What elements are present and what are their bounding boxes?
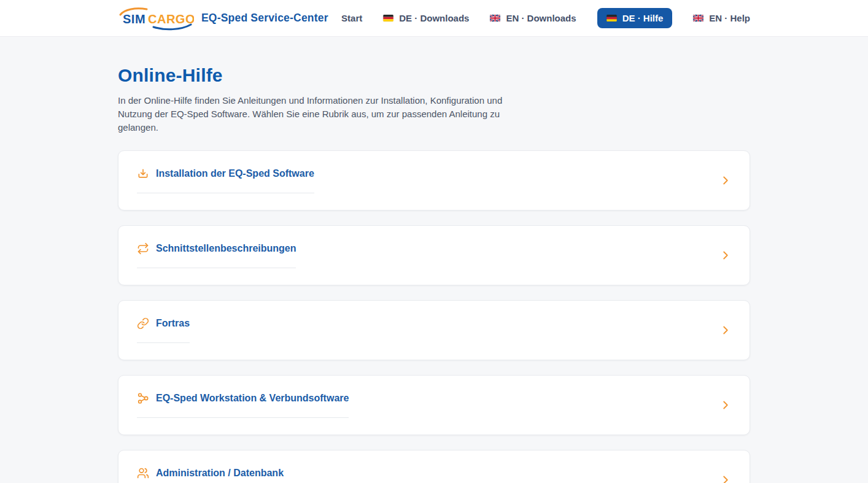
nav-item-start[interactable]: Start: [341, 13, 362, 23]
top-header: SIM CARGO EQ-Sped Service-Center StartDE…: [0, 0, 868, 37]
card-heading[interactable]: Schnittstellenbeschreibungen: [137, 242, 296, 268]
chevron-right-icon: [719, 398, 732, 412]
nav-item-de-downloads[interactable]: DE · Downloads: [383, 13, 469, 23]
nav-item-label: Start: [341, 13, 362, 23]
brand-home-link[interactable]: SIM CARGO EQ-Sped Service-Center: [118, 6, 328, 31]
repeat-icon: [137, 242, 149, 255]
flag-de-icon: [383, 15, 393, 21]
users-icon: [137, 467, 149, 479]
help-card-fortras[interactable]: Fortras: [118, 300, 750, 360]
nav-item-en-help[interactable]: EN · Help: [693, 13, 750, 23]
sim-cargo-logo: SIM CARGO: [118, 6, 194, 31]
card-title: Schnittstellenbeschreibungen: [156, 243, 296, 254]
flag-de-icon: [606, 15, 617, 21]
nav-item-label: DE · Downloads: [399, 13, 469, 23]
card-heading[interactable]: Installation der EQ-Sped Software: [137, 168, 314, 193]
chevron-right-icon: [719, 323, 732, 337]
chevron-right-icon: [719, 249, 732, 262]
card-heading[interactable]: EQ-Sped Workstation & Verbundsoftware: [137, 392, 349, 418]
logo-text-sim: SIM: [123, 12, 145, 26]
card-title: Fortras: [156, 318, 190, 329]
help-card-installation-der-eq-sped-software[interactable]: Installation der EQ-Sped Software: [118, 150, 750, 211]
help-card-list: Installation der EQ-Sped SoftwareSchnitt…: [118, 150, 750, 483]
card-title: Installation der EQ-Sped Software: [156, 168, 314, 179]
card-heading[interactable]: Administration / Datenbank: [137, 467, 284, 483]
card-title: EQ-Sped Workstation & Verbundsoftware: [156, 393, 349, 404]
header-inner: SIM CARGO EQ-Sped Service-Center StartDE…: [118, 0, 750, 36]
logo-text-cargo: CARGO: [148, 12, 194, 26]
chevron-right-icon: [719, 174, 732, 187]
nav-item-label: EN · Help: [709, 13, 750, 23]
download-icon: [137, 168, 149, 180]
nav-item-label: EN · Downloads: [506, 13, 576, 23]
help-card-administration-datenbank[interactable]: Administration / Datenbank: [118, 450, 750, 483]
card-title: Administration / Datenbank: [156, 468, 284, 479]
flag-en-icon: [490, 15, 500, 21]
page-title: Online-Hilfe: [118, 65, 750, 86]
nav-item-en-downloads[interactable]: EN · Downloads: [490, 13, 576, 23]
intro-text: In der Online-Hilfe finden Sie Anleitung…: [118, 94, 503, 134]
app-title: EQ-Sped Service-Center: [201, 12, 328, 25]
help-card-eq-sped-workstation-verbundsoftware[interactable]: EQ-Sped Workstation & Verbundsoftware: [118, 375, 750, 435]
nav-item-label: DE · Hilfe: [622, 13, 664, 23]
card-heading[interactable]: Fortras: [137, 317, 190, 343]
link-icon: [137, 317, 149, 330]
main-content: Online-Hilfe In der Online-Hilfe finden …: [118, 65, 750, 483]
nav-item-de-hilfe[interactable]: DE · Hilfe: [597, 8, 673, 28]
chevron-right-icon: [719, 473, 732, 483]
main-nav: StartDE · DownloadsEN · DownloadsDE · Hi…: [341, 8, 750, 28]
flag-en-icon: [693, 15, 703, 21]
help-card-schnittstellenbeschreibungen[interactable]: Schnittstellenbeschreibungen: [118, 225, 750, 285]
share-icon: [137, 392, 149, 404]
